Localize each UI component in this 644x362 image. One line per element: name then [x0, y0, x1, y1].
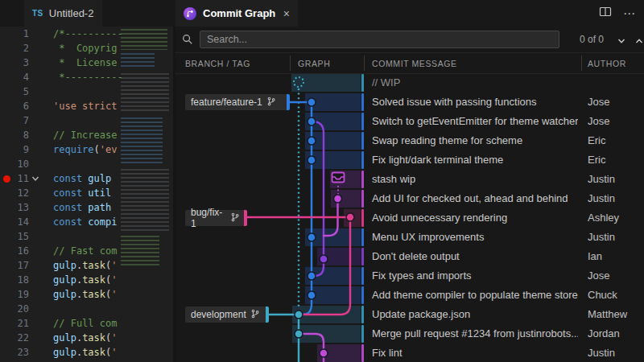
- breakpoint-margin[interactable]: [0, 316, 11, 331]
- breakpoint-margin[interactable]: [0, 200, 11, 215]
- line-number: 18: [11, 273, 29, 287]
- graph-row-highlight: [291, 74, 361, 92]
- line-number: 21: [11, 316, 29, 331]
- commit-author: Eric: [588, 150, 605, 170]
- commit-author: Ian: [588, 247, 602, 266]
- code-text: /*----------: [53, 27, 123, 41]
- commit-row[interactable]: developmentUpdate package.jsonMatthew: [175, 305, 644, 324]
- code-text: const compi: [53, 215, 117, 229]
- breakpoint-margin[interactable]: [0, 84, 11, 99]
- column-author[interactable]: AUTHOR: [588, 53, 626, 73]
- commit-author: Jose: [588, 93, 609, 112]
- breakpoint-margin[interactable]: [0, 229, 11, 244]
- branch-label[interactable]: feature/feature-1: [185, 94, 290, 110]
- graph-row-strip: [361, 190, 365, 208]
- commit-message: // WIP: [372, 73, 578, 93]
- column-commit-message[interactable]: COMMIT MESSAGE: [372, 53, 457, 73]
- commit-row[interactable]: // WIP: [175, 73, 644, 93]
- line-number: 10: [11, 157, 29, 171]
- git-branch-icon: [250, 309, 260, 321]
- breakpoint-margin[interactable]: [0, 113, 11, 128]
- line-number: 17: [11, 258, 29, 273]
- code-editor[interactable]: 1/*----------2 * Copyrig3 * License4 *--…: [0, 27, 173, 362]
- graph-row-highlight: [305, 151, 361, 169]
- commit-row[interactable]: Don't delete outputIan: [175, 247, 644, 266]
- breakpoint-margin[interactable]: [0, 41, 11, 56]
- breakpoint-margin[interactable]: [0, 186, 11, 200]
- commit-row[interactable]: stash wipJustin: [175, 170, 644, 189]
- breakpoint-margin[interactable]: [0, 215, 11, 229]
- breakpoint-margin[interactable]: [0, 128, 11, 142]
- graph-row-strip: [361, 93, 365, 111]
- graph-row-highlight: [292, 325, 361, 343]
- commit-author: Justin: [588, 228, 615, 247]
- commit-message: Avoid unnecessary rendering: [372, 208, 578, 228]
- panel-tab-label: Commit Graph: [203, 7, 275, 19]
- breakpoint-margin[interactable]: [0, 287, 11, 302]
- commit-graph-panel: 0 of 0 BRANCH / TAG GRAPH COMMIT MESSAGE…: [175, 27, 644, 362]
- code-text: gulp.task(': [53, 273, 118, 287]
- commit-message: Add UI for checked out, ahead and behind: [372, 189, 578, 208]
- editor-tab-label: Untitled-2: [49, 7, 94, 19]
- line-number: 15: [11, 229, 29, 244]
- branch-name: development: [191, 309, 246, 320]
- breakpoint-margin[interactable]: [0, 99, 11, 113]
- breakpoint-margin[interactable]: [0, 157, 11, 171]
- breakpoint-margin[interactable]: [0, 331, 11, 345]
- close-icon[interactable]: ×: [283, 8, 290, 19]
- column-graph[interactable]: GRAPH: [298, 53, 330, 73]
- commit-row[interactable]: feature/feature-1Solved issue with passi…: [175, 93, 644, 112]
- breakpoint-margin[interactable]: [0, 70, 11, 84]
- graph-row-strip: [361, 171, 365, 188]
- search-input[interactable]: [200, 34, 559, 45]
- commit-row[interactable]: Add theme compiler to populate theme sto…: [175, 286, 644, 305]
- branch-label[interactable]: development: [185, 306, 269, 323]
- breakpoint-margin[interactable]: [0, 56, 11, 70]
- graph-row-highlight: [305, 267, 361, 285]
- commit-message: Update package.json: [372, 305, 578, 324]
- chevron-down-icon[interactable]: [617, 35, 626, 49]
- minimap-block: [121, 29, 167, 50]
- commit-row[interactable]: Swap reading theme for schemeEric: [175, 131, 644, 150]
- code-line: 20: [0, 302, 173, 316]
- commit-row[interactable]: Fix types and importsJose: [175, 266, 644, 286]
- breakpoint-margin[interactable]: [0, 244, 11, 258]
- breakpoint-margin[interactable]: [0, 27, 11, 41]
- minimap[interactable]: [119, 27, 172, 276]
- breakpoint-margin[interactable]: [0, 273, 11, 287]
- commit-author: Ashley: [588, 208, 619, 228]
- chevron-up-icon[interactable]: [634, 35, 644, 49]
- commit-author: Chuck: [588, 286, 617, 305]
- commit-rows: // WIPfeature/feature-1Solved issue with…: [175, 73, 644, 362]
- commit-row[interactable]: Add UI for checked out, ahead and behind…: [175, 189, 644, 208]
- more-actions-icon[interactable]: ⋯: [623, 6, 636, 21]
- search-icon: [182, 34, 193, 48]
- commit-row[interactable]: Switch to getEventEmitter for theme watc…: [175, 112, 644, 131]
- graph-row-strip: [361, 248, 365, 265]
- tab-bar: TS Untitled-2 Commit Graph × ⋯: [0, 0, 644, 27]
- fold-chevron-icon[interactable]: [29, 175, 42, 183]
- branch-label[interactable]: bug/fix-1: [185, 210, 247, 226]
- column-branch-tag[interactable]: BRANCH / TAG: [185, 53, 250, 73]
- table-header: BRANCH / TAG GRAPH COMMIT MESSAGE AUTHOR: [175, 53, 644, 74]
- commit-row[interactable]: bug/fix-1Avoid unnecessary renderingAshl…: [175, 208, 644, 228]
- commit-row[interactable]: Menu UX improvementsJustin: [175, 228, 644, 247]
- split-editor-icon[interactable]: [599, 6, 612, 21]
- commit-row[interactable]: Merge pull request #1234 from justinrobo…: [175, 324, 644, 343]
- breakpoint-margin[interactable]: [0, 345, 11, 360]
- graph-row-highlight: [344, 209, 361, 227]
- tab-untitled-2[interactable]: TS Untitled-2: [24, 0, 102, 27]
- breakpoint-icon[interactable]: [0, 171, 11, 186]
- commit-row[interactable]: Fix lintJustin: [175, 343, 644, 362]
- code-text: gulp.task(': [53, 345, 118, 360]
- code-text: * License: [53, 56, 117, 70]
- breakpoint-margin[interactable]: [0, 258, 11, 273]
- tab-commit-graph[interactable]: Commit Graph ×: [175, 0, 298, 27]
- graph-row-highlight: [330, 171, 361, 188]
- commit-message: Merge pull request #1234 from justinrobo…: [372, 324, 578, 343]
- graph-row-highlight: [305, 286, 361, 304]
- breakpoint-margin[interactable]: [0, 302, 11, 316]
- line-number: 19: [11, 287, 29, 302]
- breakpoint-margin[interactable]: [0, 142, 11, 157]
- commit-row[interactable]: Fix light/dark terminal themeEric: [175, 150, 644, 170]
